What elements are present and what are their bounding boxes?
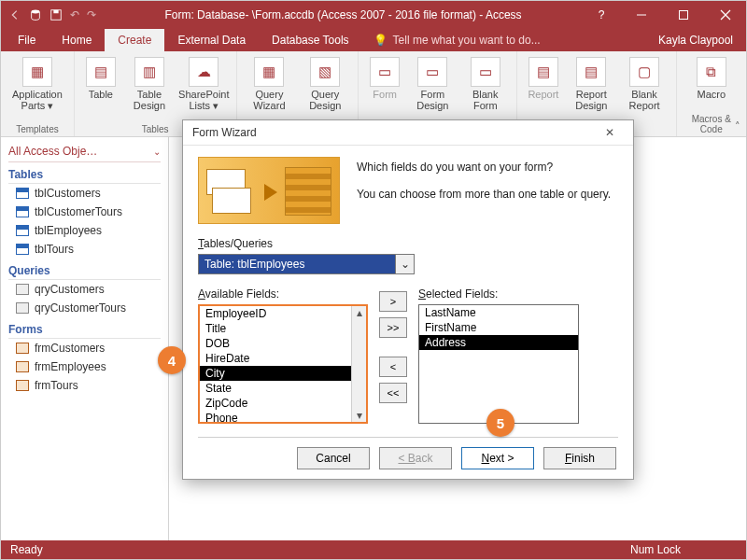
available-fields-list[interactable]: EmployeeIDTitleDOBHireDateCityStateZipCo…	[198, 304, 368, 424]
minimize-button[interactable]	[620, 1, 662, 29]
blank-form-icon: ▭	[471, 57, 500, 87]
query-icon	[16, 284, 29, 295]
query-wizard-icon: ▦	[254, 57, 284, 87]
undo-icon[interactable]: ↶	[70, 8, 79, 21]
next-button[interactable]: Next >	[461, 447, 534, 469]
add-field-button[interactable]: >	[379, 291, 407, 312]
list-item[interactable]: State	[200, 381, 366, 396]
list-item[interactable]: HireDate	[200, 351, 366, 366]
tab-file[interactable]: File	[5, 29, 49, 51]
tab-database-tools[interactable]: Database Tools	[259, 29, 362, 51]
table-button[interactable]: ▤Table	[82, 55, 120, 102]
report-design-icon: ▤	[576, 57, 606, 87]
list-item[interactable]: ZipCode	[200, 396, 366, 411]
group-label-macros: Macros & Code	[684, 112, 739, 134]
callout-5: 5	[486, 409, 514, 437]
back-button[interactable]: < Back	[379, 447, 452, 469]
application-parts-button[interactable]: ▦ Application Parts ▾	[8, 55, 66, 113]
list-item[interactable]: City	[200, 366, 366, 381]
scroll-down-icon[interactable]: ▾	[357, 409, 362, 422]
tab-home[interactable]: Home	[49, 29, 105, 51]
app-parts-label: Application Parts ▾	[12, 89, 63, 111]
cancel-button[interactable]: Cancel	[297, 447, 370, 469]
form-icon: ▭	[370, 57, 400, 87]
list-item[interactable]: Title	[200, 321, 366, 336]
macro-button[interactable]: ⧉Macro	[693, 55, 730, 102]
list-item[interactable]: FirstName	[419, 320, 578, 335]
nav-item-qrycustomertours[interactable]: qryCustomerTours	[8, 299, 161, 317]
tab-external-data[interactable]: External Data	[164, 29, 259, 51]
finish-button[interactable]: Finish	[543, 447, 616, 469]
table-design-button[interactable]: ▥Table Design	[125, 55, 174, 113]
nav-section-tables[interactable]: Tables	[8, 168, 161, 184]
sharepoint-lists-button[interactable]: ☁SharePoint Lists ▾	[179, 55, 228, 113]
nav-pane-title[interactable]: All Access Obje… ⌄	[8, 143, 161, 162]
nav-item-label: frmTours	[35, 379, 78, 392]
report-label: Report	[528, 89, 558, 100]
form-design-button[interactable]: ▭Form Design	[409, 55, 456, 113]
report-design-button[interactable]: ▤Report Design	[568, 55, 615, 113]
query-icon	[16, 302, 29, 314]
nav-item-label: tblCustomers	[35, 187, 101, 200]
table-design-icon: ▥	[134, 57, 164, 87]
table-label: Table	[89, 89, 113, 100]
sharepoint-label: SharePoint Lists ▾	[178, 89, 229, 111]
remove-field-button[interactable]: <	[379, 357, 407, 377]
save-icon[interactable]	[49, 8, 63, 21]
list-item[interactable]: Address	[419, 335, 578, 350]
remove-all-fields-button[interactable]: <<	[379, 383, 407, 403]
form-button[interactable]: ▭Form	[366, 55, 403, 102]
close-button[interactable]	[704, 1, 746, 29]
form-wizard-dialog: Form Wizard ✕ Which fields do you want o…	[182, 119, 634, 480]
list-item[interactable]: EmployeeID	[200, 306, 366, 321]
nav-item-tblcustomers[interactable]: tblCustomers	[8, 184, 161, 203]
add-all-fields-button[interactable]: >>	[379, 317, 407, 338]
tab-create[interactable]: Create	[105, 29, 164, 51]
nav-item-frmcustomers[interactable]: frmCustomers	[8, 339, 161, 357]
list-item[interactable]: DOB	[200, 336, 366, 351]
form-icon	[16, 361, 29, 372]
nav-item-tblemployees[interactable]: tblEmployees	[8, 221, 161, 240]
macro-label: Macro	[697, 89, 726, 100]
scroll-up-icon[interactable]: ▴	[357, 306, 362, 319]
collapse-ribbon-icon[interactable]: ˄	[735, 120, 740, 133]
blank-report-button[interactable]: ▢Blank Report	[621, 55, 669, 113]
help-icon[interactable]: ?	[583, 8, 620, 21]
list-item[interactable]: LastName	[419, 305, 578, 320]
svg-rect-4	[679, 11, 687, 20]
nav-item-qrycustomers[interactable]: qryCustomers	[8, 280, 161, 299]
nav-item-label: tblCustomerTours	[35, 205, 122, 218]
callout-4: 4	[158, 346, 186, 374]
back-icon[interactable]	[8, 8, 21, 21]
tell-me[interactable]: 💡 Tell me what you want to do...	[362, 29, 541, 51]
list-item[interactable]: Phone	[200, 411, 366, 424]
wizard-question-1: Which fields do you want on your form?	[357, 159, 611, 176]
tables-queries-combo[interactable]: Table: tblEmployees ⌄	[198, 254, 415, 274]
query-design-button[interactable]: ▧Query Design	[300, 55, 350, 113]
dialog-close-button[interactable]: ✕	[596, 126, 624, 139]
nav-item-frmtours[interactable]: frmTours	[8, 376, 161, 395]
maximize-button[interactable]	[662, 1, 704, 29]
chevron-down-icon[interactable]: ⌄	[153, 147, 161, 157]
nav-item-frmemployees[interactable]: frmEmployees	[8, 357, 161, 376]
scrollbar[interactable]: ▴▾	[351, 306, 366, 422]
report-button[interactable]: ▤Report	[525, 55, 562, 102]
blank-form-button[interactable]: ▭Blank Form	[462, 55, 509, 113]
query-wizard-button[interactable]: ▦Query Wizard	[245, 55, 295, 113]
account-name[interactable]: Kayla Claypool	[645, 29, 746, 51]
nav-item-tblcustomertours[interactable]: tblCustomerTours	[8, 203, 161, 221]
navigation-pane: All Access Obje… ⌄ Tables tblCustomers t…	[1, 137, 169, 540]
mover-buttons: > >> < <<	[379, 287, 407, 403]
nav-section-forms[interactable]: Forms	[8, 323, 161, 339]
redo-icon[interactable]: ↷	[87, 8, 96, 21]
blank-report-label: Blank Report	[625, 89, 665, 111]
nav-item-tbltours[interactable]: tblTours	[8, 240, 161, 259]
nav-item-label: tblTours	[35, 243, 74, 256]
selected-fields-list[interactable]: LastNameFirstNameAddress	[418, 304, 579, 424]
form-design-icon: ▭	[417, 57, 447, 87]
app-parts-icon: ▦	[22, 57, 52, 87]
form-label: Form	[373, 89, 397, 100]
chevron-down-icon[interactable]: ⌄	[395, 255, 414, 273]
nav-section-queries[interactable]: Queries	[8, 264, 161, 280]
table-icon	[16, 188, 29, 199]
